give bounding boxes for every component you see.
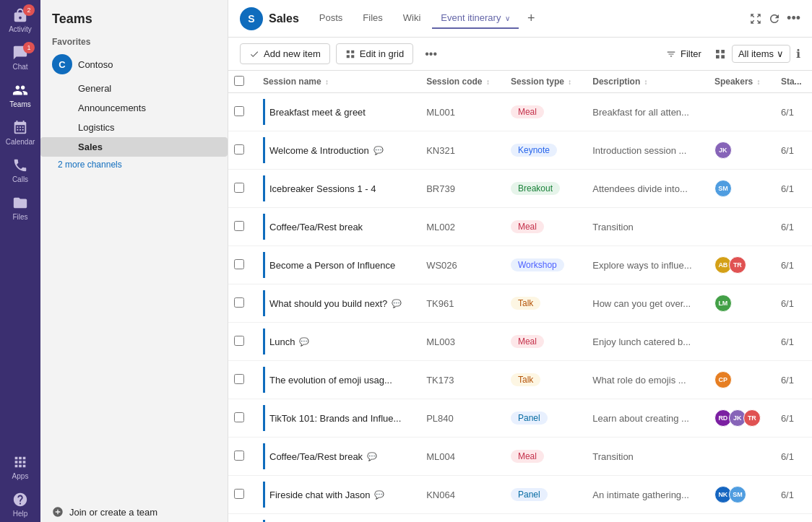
add-tab-button[interactable]: + xyxy=(522,8,541,29)
row-indicator xyxy=(263,405,265,431)
col-description[interactable]: Description ↕ xyxy=(584,71,706,93)
col-session-type[interactable]: Session type ↕ xyxy=(502,71,584,93)
table-row[interactable]: Fireside chat with Jason💬KN064PanelAn in… xyxy=(228,476,812,514)
edit-in-grid-button[interactable]: Edit in grid xyxy=(336,43,413,64)
sidebar-item-chat[interactable]: 1 Chat xyxy=(0,38,40,75)
sidebar-item-files[interactable]: Files xyxy=(0,188,40,225)
more-options-icon[interactable]: ••• xyxy=(787,11,800,26)
avatar: SM xyxy=(729,486,746,503)
chevron-down-icon: ∨ xyxy=(777,48,784,59)
join-team-button[interactable]: Join or create a team xyxy=(40,502,228,522)
start-date-cell: 6/1 xyxy=(772,438,812,476)
sidebar-item-activity[interactable]: 2 Activity xyxy=(0,0,40,38)
col-session-code[interactable]: Session code ↕ xyxy=(418,71,502,93)
session-type-badge: Meal xyxy=(511,450,544,463)
add-new-item-label: Add new item xyxy=(264,48,321,59)
announcements-name: Announcements xyxy=(52,103,146,113)
row-checkbox-cell xyxy=(228,514,254,523)
view-selector[interactable]: All items ∨ xyxy=(732,45,790,63)
sidebar-item-help[interactable]: Help xyxy=(0,484,40,522)
row-checkbox[interactable] xyxy=(234,144,244,155)
speakers-cell: JK xyxy=(706,131,772,170)
table-row[interactable]: TikTok 101: Brands and Influe...PL840Pan… xyxy=(228,399,812,438)
channel-list: Teams Favorites C Contoso General Announ… xyxy=(40,0,228,522)
toolbar: Add new item Edit in grid ••• Filter All… xyxy=(228,38,812,71)
row-checkbox[interactable] xyxy=(234,451,244,461)
row-checkbox[interactable] xyxy=(234,221,244,231)
table-row[interactable]: Lunch💬ML003MealEnjoy lunch catered b...6… xyxy=(228,323,812,361)
table-row[interactable]: Icebreaker Sessions 1 - 4BR739BreakoutAt… xyxy=(228,170,812,208)
avatar: TR xyxy=(743,409,761,427)
sidebar-item-calls[interactable]: Calls xyxy=(0,150,40,188)
start-date-cell: 6/1 xyxy=(772,170,812,208)
tab-posts[interactable]: Posts xyxy=(311,8,352,29)
chat-bubble-icon: 💬 xyxy=(367,452,377,461)
row-checkbox[interactable] xyxy=(234,259,244,269)
favorites-label: Favorites xyxy=(40,32,228,50)
view-switcher-icon[interactable] xyxy=(714,48,726,60)
row-checkbox[interactable] xyxy=(234,297,244,308)
chat-bubble-icon: 💬 xyxy=(373,146,384,155)
row-indicator xyxy=(263,290,265,316)
table-row[interactable]: Day closing remarksKN037TalkA parting no… xyxy=(228,514,812,523)
table-row[interactable]: What should you build next?💬TK961TalkHow… xyxy=(228,284,812,323)
row-checkbox[interactable] xyxy=(234,489,244,499)
sidebar-item-teams[interactable]: Teams xyxy=(0,75,40,113)
row-checkbox[interactable] xyxy=(234,183,244,193)
filter-button[interactable]: Filter xyxy=(659,44,709,64)
channel-item-general[interactable]: General xyxy=(40,79,228,98)
table-row[interactable]: Welcome & Introduction💬KN321KeynoteIntro… xyxy=(228,131,812,170)
table-row[interactable]: The evolution of emoji usag...TK173TalkW… xyxy=(228,361,812,399)
info-button[interactable]: ℹ xyxy=(796,47,800,61)
refresh-icon[interactable] xyxy=(768,12,781,25)
more-channels[interactable]: 2 more channels xyxy=(40,157,228,173)
header-checkbox-cell xyxy=(228,71,254,93)
session-name-cell: Lunch💬 xyxy=(254,323,418,360)
session-type-badge: Meal xyxy=(511,105,544,118)
row-checkbox[interactable] xyxy=(234,106,244,116)
channel-item-logistics[interactable]: Logistics xyxy=(40,118,228,137)
row-checkbox[interactable] xyxy=(234,412,244,422)
session-name-text: Breakfast meet & greet xyxy=(269,107,366,118)
avatar: JK xyxy=(714,142,732,159)
teams-label: Teams xyxy=(9,100,30,108)
col-speakers[interactable]: Speakers ↕ xyxy=(706,71,772,93)
description-cell: An intimate gathering... xyxy=(584,476,706,514)
add-new-item-button[interactable]: Add new item xyxy=(240,43,330,64)
session-type-badge: Workshop xyxy=(511,258,564,271)
sidebar-item-apps[interactable]: Apps xyxy=(0,447,40,484)
contoso-icon: C xyxy=(52,54,72,74)
col-start[interactable]: Sta... xyxy=(772,71,812,93)
select-all-checkbox[interactable] xyxy=(234,76,244,86)
avatar: TR xyxy=(729,256,746,274)
tab-files[interactable]: Files xyxy=(354,8,391,29)
col-session-name[interactable]: Session name ↕ xyxy=(254,71,418,93)
chat-label: Chat xyxy=(12,63,27,71)
general-name: General xyxy=(52,83,111,94)
row-indicator xyxy=(263,252,265,278)
table-row[interactable]: Breakfast meet & greetML001MealBreakfast… xyxy=(228,93,812,131)
table-row[interactable]: Become a Person of InfluenceWS026Worksho… xyxy=(228,246,812,284)
avatar: CP xyxy=(714,371,732,388)
start-date-cell: 6/1 xyxy=(772,476,812,514)
channel-item-contoso[interactable]: C Contoso xyxy=(40,50,228,79)
tab-wiki[interactable]: Wiki xyxy=(394,8,430,29)
toolbar-more-button[interactable]: ••• xyxy=(419,45,443,64)
table-row[interactable]: Coffee/Tea/Rest breakML002MealTransition… xyxy=(228,208,812,246)
session-code-cell: ML001 xyxy=(418,93,502,131)
row-checkbox-cell xyxy=(228,246,254,284)
sidebar-item-calendar[interactable]: Calendar xyxy=(0,113,40,150)
row-checkbox[interactable] xyxy=(234,374,244,384)
expand-icon[interactable] xyxy=(749,12,762,25)
description-cell: Breakfast for all atten... xyxy=(584,93,706,131)
avatar-group: CP xyxy=(714,371,764,388)
channel-item-announcements[interactable]: Announcements xyxy=(40,98,228,118)
table-row[interactable]: Coffee/Tea/Rest break💬ML004MealTransitio… xyxy=(228,438,812,476)
channel-item-sales[interactable]: Sales xyxy=(40,137,228,157)
row-checkbox[interactable] xyxy=(234,336,244,346)
row-indicator xyxy=(263,443,265,469)
session-code-cell: ML002 xyxy=(418,208,502,246)
session-code-cell: WS026 xyxy=(418,246,502,284)
tab-event-itinerary[interactable]: Event itinerary ∨ xyxy=(432,8,519,29)
files-label: Files xyxy=(12,213,27,221)
